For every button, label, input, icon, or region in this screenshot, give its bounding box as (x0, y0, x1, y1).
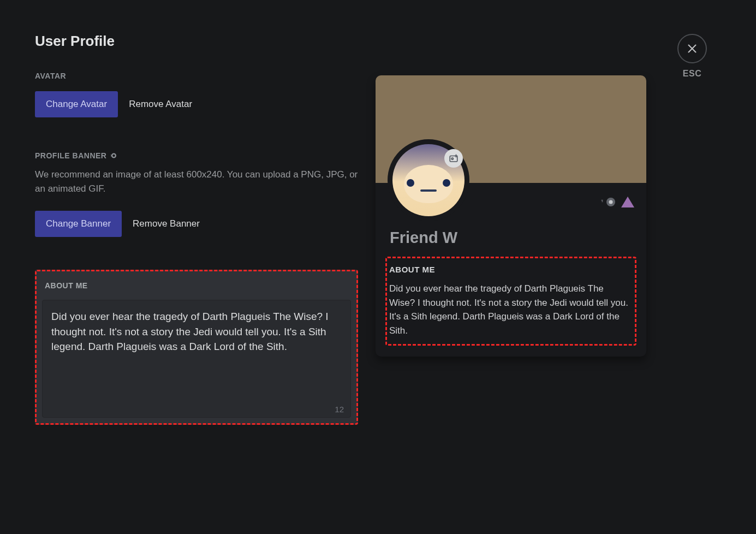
about-me-preview-text: Did you ever hear the tragedy of Darth P… (389, 282, 630, 337)
close-icon (686, 43, 698, 55)
avatar-section-label: AVATAR (35, 72, 358, 80)
close-button[interactable] (677, 34, 707, 63)
remove-banner-button[interactable]: Remove Banner (133, 218, 200, 229)
hypesquad-badge-icon (621, 197, 634, 207)
remove-avatar-button[interactable]: Remove Avatar (129, 99, 192, 110)
upload-avatar-button[interactable] (444, 149, 463, 168)
profile-banner (376, 75, 646, 183)
change-banner-button[interactable]: Change Banner (35, 211, 122, 237)
banner-description: We recommend an image of at least 600x24… (35, 168, 358, 195)
about-me-editor-highlight: ABOUT ME 12 (35, 270, 358, 425)
nitro-badge-icon (600, 197, 617, 207)
change-avatar-button[interactable]: Change Avatar (35, 91, 118, 117)
page-title: User Profile (35, 33, 358, 50)
profile-preview-card: Friend W ABOUT ME Did you ever hear the … (376, 75, 646, 357)
svg-point-3 (609, 200, 613, 204)
close-esc-label: ESC (683, 69, 701, 79)
about-me-editor-label: ABOUT ME (42, 281, 351, 290)
about-me-textarea[interactable] (43, 300, 350, 415)
profile-username: Friend W (390, 229, 632, 247)
about-me-preview-label: ABOUT ME (389, 265, 630, 274)
svg-point-1 (451, 158, 453, 159)
nitro-icon (110, 152, 120, 159)
avatar (388, 139, 469, 221)
about-me-char-count: 12 (335, 405, 344, 414)
about-me-preview-highlight: ABOUT ME Did you ever hear the tragedy o… (385, 257, 636, 346)
banner-section-label: PROFILE BANNER (35, 151, 358, 160)
